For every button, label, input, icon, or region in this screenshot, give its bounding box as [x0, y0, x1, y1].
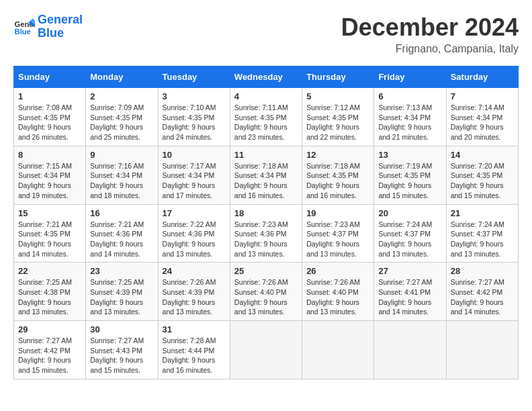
day-number: 3 — [163, 91, 226, 101]
day-number: 26 — [306, 266, 369, 276]
calendar-week-5: 29 Sunrise: 7:27 AM Sunset: 4:42 PM Dayl… — [14, 321, 519, 379]
day-number: 31 — [163, 324, 226, 334]
day-number: 28 — [451, 266, 514, 276]
day-info: Sunrise: 7:19 AM Sunset: 4:35 PM Dayligh… — [378, 161, 441, 201]
calendar-cell: 19 Sunrise: 7:23 AM Sunset: 4:37 PM Dayl… — [302, 204, 374, 263]
calendar-cell: 1 Sunrise: 7:08 AM Sunset: 4:35 PM Dayli… — [14, 88, 86, 146]
calendar-table: SundayMondayTuesdayWednesdayThursdayFrid… — [13, 66, 519, 379]
day-number: 2 — [90, 91, 153, 101]
logo-general: General — [38, 13, 83, 26]
day-number: 17 — [163, 208, 226, 218]
calendar-cell: 20 Sunrise: 7:24 AM Sunset: 4:37 PM Dayl… — [374, 204, 446, 263]
day-info: Sunrise: 7:27 AM Sunset: 4:42 PM Dayligh… — [451, 277, 514, 317]
day-info: Sunrise: 7:26 AM Sunset: 4:39 PM Dayligh… — [163, 277, 226, 317]
day-number: 11 — [234, 150, 298, 160]
day-info: Sunrise: 7:14 AM Sunset: 4:34 PM Dayligh… — [451, 103, 514, 142]
calendar-cell — [230, 321, 302, 379]
day-info: Sunrise: 7:25 AM Sunset: 4:39 PM Dayligh… — [90, 277, 153, 317]
calendar-cell — [374, 321, 446, 379]
day-info: Sunrise: 7:26 AM Sunset: 4:40 PM Dayligh… — [234, 277, 298, 317]
calendar-cell: 14 Sunrise: 7:20 AM Sunset: 4:35 PM Dayl… — [446, 146, 518, 204]
calendar-cell: 12 Sunrise: 7:18 AM Sunset: 4:35 PM Dayl… — [302, 146, 374, 204]
day-info: Sunrise: 7:27 AM Sunset: 4:41 PM Dayligh… — [378, 277, 441, 317]
location-subtitle: Frignano, Campania, Italy — [341, 43, 519, 55]
svg-text:Blue: Blue — [15, 28, 31, 36]
day-info: Sunrise: 7:26 AM Sunset: 4:40 PM Dayligh… — [306, 277, 369, 317]
calendar-week-1: 1 Sunrise: 7:08 AM Sunset: 4:35 PM Dayli… — [14, 88, 519, 146]
day-info: Sunrise: 7:25 AM Sunset: 4:38 PM Dayligh… — [18, 277, 81, 317]
calendar-cell: 2 Sunrise: 7:09 AM Sunset: 4:35 PM Dayli… — [86, 88, 158, 146]
calendar-cell: 16 Sunrise: 7:21 AM Sunset: 4:36 PM Dayl… — [86, 204, 158, 263]
day-number: 1 — [18, 91, 81, 101]
calendar-cell: 3 Sunrise: 7:10 AM Sunset: 4:35 PM Dayli… — [158, 88, 230, 146]
calendar-cell: 18 Sunrise: 7:23 AM Sunset: 4:36 PM Dayl… — [230, 204, 302, 263]
calendar-cell: 26 Sunrise: 7:26 AM Sunset: 4:40 PM Dayl… — [302, 263, 374, 321]
calendar-cell: 9 Sunrise: 7:16 AM Sunset: 4:34 PM Dayli… — [86, 146, 158, 204]
day-info: Sunrise: 7:21 AM Sunset: 4:36 PM Dayligh… — [90, 220, 153, 259]
calendar-cell: 25 Sunrise: 7:26 AM Sunset: 4:40 PM Dayl… — [230, 263, 302, 321]
column-header-sunday: Sunday — [14, 66, 86, 88]
day-number: 29 — [18, 324, 81, 334]
day-info: Sunrise: 7:18 AM Sunset: 4:34 PM Dayligh… — [234, 161, 298, 201]
day-info: Sunrise: 7:23 AM Sunset: 4:36 PM Dayligh… — [234, 220, 298, 259]
day-number: 14 — [451, 150, 514, 160]
calendar-cell: 15 Sunrise: 7:21 AM Sunset: 4:35 PM Dayl… — [14, 204, 86, 263]
day-info: Sunrise: 7:10 AM Sunset: 4:35 PM Dayligh… — [163, 103, 226, 142]
day-number: 21 — [451, 208, 514, 218]
day-number: 9 — [90, 150, 153, 160]
day-info: Sunrise: 7:27 AM Sunset: 4:42 PM Dayligh… — [18, 336, 81, 375]
day-number: 6 — [378, 91, 441, 101]
month-title: December 2024 — [341, 13, 519, 42]
calendar-cell: 27 Sunrise: 7:27 AM Sunset: 4:41 PM Dayl… — [374, 263, 446, 321]
calendar-cell: 10 Sunrise: 7:17 AM Sunset: 4:34 PM Dayl… — [158, 146, 230, 204]
calendar-cell — [302, 321, 374, 379]
calendar-cell: 22 Sunrise: 7:25 AM Sunset: 4:38 PM Dayl… — [14, 263, 86, 321]
calendar-cell: 21 Sunrise: 7:24 AM Sunset: 4:37 PM Dayl… — [446, 204, 518, 263]
calendar-cell: 13 Sunrise: 7:19 AM Sunset: 4:35 PM Dayl… — [374, 146, 446, 204]
day-number: 23 — [90, 266, 153, 276]
calendar-cell: 28 Sunrise: 7:27 AM Sunset: 4:42 PM Dayl… — [446, 263, 518, 321]
column-header-friday: Friday — [374, 66, 446, 88]
day-info: Sunrise: 7:21 AM Sunset: 4:35 PM Dayligh… — [18, 220, 81, 259]
calendar-cell: 24 Sunrise: 7:26 AM Sunset: 4:39 PM Dayl… — [158, 263, 230, 321]
header-row: SundayMondayTuesdayWednesdayThursdayFrid… — [14, 66, 519, 88]
calendar-week-3: 15 Sunrise: 7:21 AM Sunset: 4:35 PM Dayl… — [14, 204, 519, 263]
day-info: Sunrise: 7:12 AM Sunset: 4:35 PM Dayligh… — [306, 103, 369, 142]
column-header-monday: Monday — [86, 66, 158, 88]
calendar-cell: 31 Sunrise: 7:28 AM Sunset: 4:44 PM Dayl… — [158, 321, 230, 379]
column-header-tuesday: Tuesday — [158, 66, 230, 88]
day-number: 10 — [163, 150, 226, 160]
day-info: Sunrise: 7:27 AM Sunset: 4:43 PM Dayligh… — [90, 336, 153, 375]
day-info: Sunrise: 7:16 AM Sunset: 4:34 PM Dayligh… — [90, 161, 153, 201]
day-info: Sunrise: 7:28 AM Sunset: 4:44 PM Dayligh… — [163, 336, 226, 375]
calendar-cell: 5 Sunrise: 7:12 AM Sunset: 4:35 PM Dayli… — [302, 88, 374, 146]
day-number: 12 — [306, 150, 369, 160]
day-info: Sunrise: 7:08 AM Sunset: 4:35 PM Dayligh… — [18, 103, 81, 142]
day-info: Sunrise: 7:11 AM Sunset: 4:35 PM Dayligh… — [234, 103, 298, 142]
page-header: General Blue General Blue December 2024 … — [13, 13, 519, 55]
calendar-cell: 7 Sunrise: 7:14 AM Sunset: 4:34 PM Dayli… — [446, 88, 518, 146]
day-number: 20 — [378, 208, 441, 218]
day-number: 15 — [18, 208, 81, 218]
day-number: 8 — [18, 150, 81, 160]
day-info: Sunrise: 7:22 AM Sunset: 4:36 PM Dayligh… — [163, 220, 226, 259]
calendar-cell: 30 Sunrise: 7:27 AM Sunset: 4:43 PM Dayl… — [86, 321, 158, 379]
calendar-cell: 4 Sunrise: 7:11 AM Sunset: 4:35 PM Dayli… — [230, 88, 302, 146]
day-number: 16 — [90, 208, 153, 218]
title-block: December 2024 Frignano, Campania, Italy — [341, 13, 519, 55]
column-header-saturday: Saturday — [446, 66, 518, 88]
day-number: 13 — [378, 150, 441, 160]
day-number: 4 — [234, 91, 298, 101]
calendar-cell — [446, 321, 518, 379]
logo-blue: Blue — [38, 26, 64, 40]
calendar-cell: 17 Sunrise: 7:22 AM Sunset: 4:36 PM Dayl… — [158, 204, 230, 263]
calendar-cell: 8 Sunrise: 7:15 AM Sunset: 4:34 PM Dayli… — [14, 146, 86, 204]
logo-text: General Blue — [38, 13, 83, 40]
logo-icon: General Blue — [13, 16, 35, 38]
day-info: Sunrise: 7:13 AM Sunset: 4:34 PM Dayligh… — [378, 103, 441, 142]
calendar-cell: 11 Sunrise: 7:18 AM Sunset: 4:34 PM Dayl… — [230, 146, 302, 204]
day-number: 19 — [306, 208, 369, 218]
day-number: 25 — [234, 266, 298, 276]
day-number: 5 — [306, 91, 369, 101]
day-info: Sunrise: 7:18 AM Sunset: 4:35 PM Dayligh… — [306, 161, 369, 201]
